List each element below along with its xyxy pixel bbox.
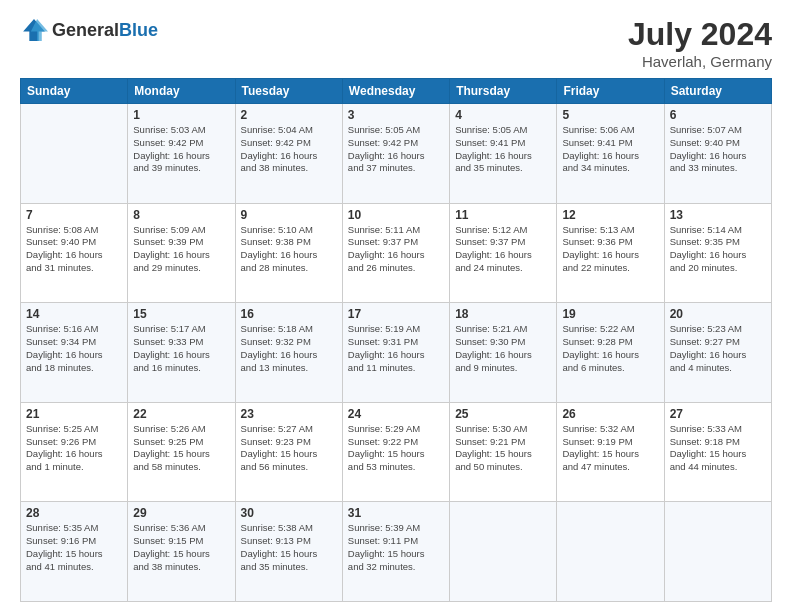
- logo-icon: [20, 16, 48, 44]
- day-info: Sunrise: 5:06 AM Sunset: 9:41 PM Dayligh…: [562, 124, 658, 175]
- day-number: 8: [133, 208, 229, 222]
- day-number: 15: [133, 307, 229, 321]
- day-number: 10: [348, 208, 444, 222]
- day-number: 27: [670, 407, 766, 421]
- calendar-cell: 20Sunrise: 5:23 AM Sunset: 9:27 PM Dayli…: [664, 303, 771, 403]
- calendar-cell: 15Sunrise: 5:17 AM Sunset: 9:33 PM Dayli…: [128, 303, 235, 403]
- page: GeneralBlue July 2024 Haverlah, Germany …: [0, 0, 792, 612]
- day-info: Sunrise: 5:03 AM Sunset: 9:42 PM Dayligh…: [133, 124, 229, 175]
- day-header-thursday: Thursday: [450, 79, 557, 104]
- calendar-cell: 13Sunrise: 5:14 AM Sunset: 9:35 PM Dayli…: [664, 203, 771, 303]
- day-info: Sunrise: 5:13 AM Sunset: 9:36 PM Dayligh…: [562, 224, 658, 275]
- calendar-week-row: 7Sunrise: 5:08 AM Sunset: 9:40 PM Daylig…: [21, 203, 772, 303]
- day-info: Sunrise: 5:07 AM Sunset: 9:40 PM Dayligh…: [670, 124, 766, 175]
- day-info: Sunrise: 5:29 AM Sunset: 9:22 PM Dayligh…: [348, 423, 444, 474]
- logo-text: GeneralBlue: [52, 20, 158, 41]
- day-info: Sunrise: 5:32 AM Sunset: 9:19 PM Dayligh…: [562, 423, 658, 474]
- day-number: 25: [455, 407, 551, 421]
- day-info: Sunrise: 5:23 AM Sunset: 9:27 PM Dayligh…: [670, 323, 766, 374]
- calendar-cell: [21, 104, 128, 204]
- day-info: Sunrise: 5:33 AM Sunset: 9:18 PM Dayligh…: [670, 423, 766, 474]
- day-number: 19: [562, 307, 658, 321]
- calendar-cell: 26Sunrise: 5:32 AM Sunset: 9:19 PM Dayli…: [557, 402, 664, 502]
- month-year: July 2024: [628, 16, 772, 53]
- day-info: Sunrise: 5:17 AM Sunset: 9:33 PM Dayligh…: [133, 323, 229, 374]
- day-info: Sunrise: 5:14 AM Sunset: 9:35 PM Dayligh…: [670, 224, 766, 275]
- calendar-cell: 25Sunrise: 5:30 AM Sunset: 9:21 PM Dayli…: [450, 402, 557, 502]
- calendar-cell: 19Sunrise: 5:22 AM Sunset: 9:28 PM Dayli…: [557, 303, 664, 403]
- day-number: 24: [348, 407, 444, 421]
- day-info: Sunrise: 5:04 AM Sunset: 9:42 PM Dayligh…: [241, 124, 337, 175]
- day-number: 23: [241, 407, 337, 421]
- day-number: 22: [133, 407, 229, 421]
- day-info: Sunrise: 5:05 AM Sunset: 9:41 PM Dayligh…: [455, 124, 551, 175]
- calendar-cell: 24Sunrise: 5:29 AM Sunset: 9:22 PM Dayli…: [342, 402, 449, 502]
- day-info: Sunrise: 5:11 AM Sunset: 9:37 PM Dayligh…: [348, 224, 444, 275]
- day-info: Sunrise: 5:22 AM Sunset: 9:28 PM Dayligh…: [562, 323, 658, 374]
- calendar-cell: 11Sunrise: 5:12 AM Sunset: 9:37 PM Dayli…: [450, 203, 557, 303]
- header: GeneralBlue July 2024 Haverlah, Germany: [20, 16, 772, 70]
- logo-blue: Blue: [119, 20, 158, 40]
- calendar-cell: 10Sunrise: 5:11 AM Sunset: 9:37 PM Dayli…: [342, 203, 449, 303]
- day-header-monday: Monday: [128, 79, 235, 104]
- calendar-week-row: 28Sunrise: 5:35 AM Sunset: 9:16 PM Dayli…: [21, 502, 772, 602]
- day-info: Sunrise: 5:26 AM Sunset: 9:25 PM Dayligh…: [133, 423, 229, 474]
- calendar-week-row: 1Sunrise: 5:03 AM Sunset: 9:42 PM Daylig…: [21, 104, 772, 204]
- calendar-cell: [664, 502, 771, 602]
- day-number: 13: [670, 208, 766, 222]
- calendar-header-row: SundayMondayTuesdayWednesdayThursdayFrid…: [21, 79, 772, 104]
- day-header-saturday: Saturday: [664, 79, 771, 104]
- calendar-cell: 3Sunrise: 5:05 AM Sunset: 9:42 PM Daylig…: [342, 104, 449, 204]
- day-header-wednesday: Wednesday: [342, 79, 449, 104]
- day-header-sunday: Sunday: [21, 79, 128, 104]
- calendar-cell: 1Sunrise: 5:03 AM Sunset: 9:42 PM Daylig…: [128, 104, 235, 204]
- day-number: 11: [455, 208, 551, 222]
- calendar-cell: 29Sunrise: 5:36 AM Sunset: 9:15 PM Dayli…: [128, 502, 235, 602]
- day-info: Sunrise: 5:08 AM Sunset: 9:40 PM Dayligh…: [26, 224, 122, 275]
- calendar-week-row: 21Sunrise: 5:25 AM Sunset: 9:26 PM Dayli…: [21, 402, 772, 502]
- day-number: 29: [133, 506, 229, 520]
- logo: GeneralBlue: [20, 16, 158, 44]
- day-info: Sunrise: 5:36 AM Sunset: 9:15 PM Dayligh…: [133, 522, 229, 573]
- day-number: 14: [26, 307, 122, 321]
- day-info: Sunrise: 5:18 AM Sunset: 9:32 PM Dayligh…: [241, 323, 337, 374]
- day-number: 26: [562, 407, 658, 421]
- calendar-cell: [557, 502, 664, 602]
- day-info: Sunrise: 5:38 AM Sunset: 9:13 PM Dayligh…: [241, 522, 337, 573]
- calendar-cell: 18Sunrise: 5:21 AM Sunset: 9:30 PM Dayli…: [450, 303, 557, 403]
- calendar-cell: 27Sunrise: 5:33 AM Sunset: 9:18 PM Dayli…: [664, 402, 771, 502]
- calendar-cell: 22Sunrise: 5:26 AM Sunset: 9:25 PM Dayli…: [128, 402, 235, 502]
- calendar-cell: 7Sunrise: 5:08 AM Sunset: 9:40 PM Daylig…: [21, 203, 128, 303]
- day-number: 12: [562, 208, 658, 222]
- calendar-cell: 12Sunrise: 5:13 AM Sunset: 9:36 PM Dayli…: [557, 203, 664, 303]
- calendar-cell: 6Sunrise: 5:07 AM Sunset: 9:40 PM Daylig…: [664, 104, 771, 204]
- day-number: 17: [348, 307, 444, 321]
- calendar-cell: 14Sunrise: 5:16 AM Sunset: 9:34 PM Dayli…: [21, 303, 128, 403]
- calendar-week-row: 14Sunrise: 5:16 AM Sunset: 9:34 PM Dayli…: [21, 303, 772, 403]
- day-info: Sunrise: 5:12 AM Sunset: 9:37 PM Dayligh…: [455, 224, 551, 275]
- calendar-cell: 8Sunrise: 5:09 AM Sunset: 9:39 PM Daylig…: [128, 203, 235, 303]
- day-number: 4: [455, 108, 551, 122]
- day-number: 16: [241, 307, 337, 321]
- day-info: Sunrise: 5:35 AM Sunset: 9:16 PM Dayligh…: [26, 522, 122, 573]
- day-header-tuesday: Tuesday: [235, 79, 342, 104]
- calendar-cell: 31Sunrise: 5:39 AM Sunset: 9:11 PM Dayli…: [342, 502, 449, 602]
- day-info: Sunrise: 5:27 AM Sunset: 9:23 PM Dayligh…: [241, 423, 337, 474]
- calendar-cell: 5Sunrise: 5:06 AM Sunset: 9:41 PM Daylig…: [557, 104, 664, 204]
- day-number: 1: [133, 108, 229, 122]
- calendar-cell: 30Sunrise: 5:38 AM Sunset: 9:13 PM Dayli…: [235, 502, 342, 602]
- day-info: Sunrise: 5:25 AM Sunset: 9:26 PM Dayligh…: [26, 423, 122, 474]
- title-block: July 2024 Haverlah, Germany: [628, 16, 772, 70]
- calendar-cell: 4Sunrise: 5:05 AM Sunset: 9:41 PM Daylig…: [450, 104, 557, 204]
- calendar-cell: 21Sunrise: 5:25 AM Sunset: 9:26 PM Dayli…: [21, 402, 128, 502]
- location: Haverlah, Germany: [628, 53, 772, 70]
- day-number: 9: [241, 208, 337, 222]
- day-number: 2: [241, 108, 337, 122]
- calendar-cell: 9Sunrise: 5:10 AM Sunset: 9:38 PM Daylig…: [235, 203, 342, 303]
- day-info: Sunrise: 5:16 AM Sunset: 9:34 PM Dayligh…: [26, 323, 122, 374]
- day-number: 21: [26, 407, 122, 421]
- day-number: 20: [670, 307, 766, 321]
- calendar-cell: [450, 502, 557, 602]
- day-number: 18: [455, 307, 551, 321]
- day-info: Sunrise: 5:39 AM Sunset: 9:11 PM Dayligh…: [348, 522, 444, 573]
